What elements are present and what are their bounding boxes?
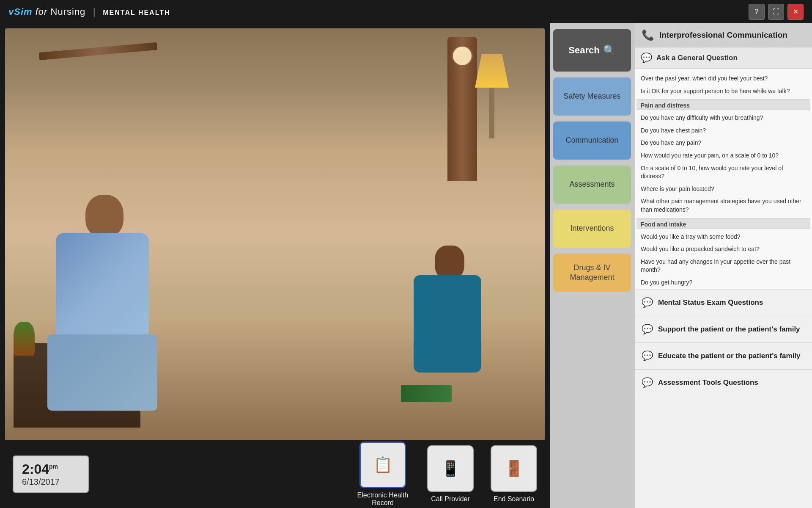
mental-status-icon: 💬	[642, 297, 653, 308]
close-button[interactable]: ✕	[787, 4, 804, 20]
chat-panel-header: 📞 Interprofessional Communication	[635, 23, 812, 47]
simulation-background	[5, 28, 545, 440]
books-prop	[401, 385, 452, 402]
patient-body	[56, 233, 149, 343]
lamp-shade	[475, 54, 509, 88]
expand-button[interactable]: ⛶	[768, 4, 784, 20]
chat-panel: 📞 Interprofessional Communication 💬 Ask …	[634, 23, 812, 508]
app-logo: vSim for Nursing | MENTAL HEALTH	[8, 6, 170, 17]
general-question-title: Ask a General Question	[656, 54, 738, 62]
category-food: Food and intake	[636, 218, 810, 229]
topbar-controls: ? ⛶ ✕	[749, 4, 804, 20]
action-buttons: 📋 Electronic Health Record 📱 Call Provid…	[355, 442, 537, 507]
interventions-button[interactable]: Interventions	[553, 210, 631, 248]
ehr-button[interactable]: 📋 Electronic Health Record	[355, 442, 410, 507]
q-sandwich[interactable]: Would you like a prepacked sandwich to e…	[636, 243, 810, 256]
plant-prop	[14, 322, 35, 356]
general-question-section: 💬 Ask a General Question Over the past y…	[635, 47, 812, 290]
assessment-tools-item[interactable]: 💬 Assessment Tools Questions	[635, 370, 812, 396]
clock-prop	[447, 37, 477, 181]
intro-question-2[interactable]: Is it OK for your support person to be h…	[636, 85, 810, 98]
assessment-tools-title: Assessment Tools Questions	[658, 378, 758, 387]
patient-legs	[47, 334, 157, 411]
safety-measures-button[interactable]: Safety Measures	[553, 77, 631, 116]
simulation-panel: 2:04pm 6/13/2017 📋 Electronic Health Rec…	[0, 23, 550, 508]
chat-panel-title: Interprofessional Communication	[659, 30, 787, 40]
visitor-head	[435, 246, 464, 279]
intro-question-1[interactable]: Over the past year, when did you feel yo…	[636, 72, 810, 85]
assessment-tools-icon: 💬	[642, 377, 653, 388]
current-time: 2:04pm	[22, 461, 80, 477]
general-question-icon: 💬	[641, 52, 652, 64]
q-meals-per-day[interactable]: How many meals do you eat each day?	[636, 289, 810, 290]
educate-patient-item[interactable]: 💬 Educate the patient or the patient's f…	[635, 343, 812, 370]
time-display: 2:04pm 6/13/2017	[13, 456, 89, 493]
educate-patient-icon: 💬	[642, 351, 653, 362]
q-hungry[interactable]: Do you get hungry?	[636, 276, 810, 289]
clock-face	[452, 45, 473, 66]
help-button[interactable]: ?	[749, 4, 765, 20]
assessments-button[interactable]: Assessments	[553, 166, 631, 204]
general-question-header[interactable]: 💬 Ask a General Question	[635, 47, 812, 69]
drugs-iv-button[interactable]: Drugs & IV Management	[553, 254, 631, 292]
educate-patient-title: Educate the patient or the patient's fam…	[658, 352, 801, 360]
action-sidebar: Search 🔍 Safety Measures Communication A…	[550, 23, 634, 508]
current-date: 6/13/2017	[22, 477, 80, 487]
category-pain: Pain and distress	[636, 99, 810, 110]
lamp-base	[489, 88, 494, 138]
bottom-bar: 2:04pm 6/13/2017 📋 Electronic Health Rec…	[0, 440, 550, 508]
q-chest-pain[interactable]: Do you have chest pain?	[636, 124, 810, 137]
mental-status-title: Mental Status Exam Questions	[658, 298, 763, 307]
ehr-label: Electronic Health Record	[355, 491, 410, 507]
q-food-tray[interactable]: Would you like a tray with some food?	[636, 231, 810, 243]
topbar: vSim for Nursing | MENTAL HEALTH ? ⛶ ✕	[0, 0, 812, 23]
q-pain-scale[interactable]: How would you rate your pain, on a scale…	[636, 149, 810, 162]
simulation-viewport	[5, 28, 545, 440]
patient-figure	[30, 195, 174, 406]
mental-status-exam-item[interactable]: 💬 Mental Status Exam Questions	[635, 290, 812, 316]
support-patient-item[interactable]: 💬 Support the patient or the patient's f…	[635, 316, 812, 343]
end-scenario-label: End Scenario	[494, 495, 534, 503]
call-label: Call Provider	[431, 495, 470, 503]
phone-icon: 📞	[642, 29, 654, 41]
search-sidebar-button[interactable]: Search 🔍	[553, 29, 631, 72]
end-scenario-button[interactable]: 🚪 End Scenario	[491, 445, 537, 503]
lamp-prop	[475, 54, 509, 138]
questions-list: Over the past year, when did you feel yo…	[635, 69, 812, 289]
q-appetite[interactable]: Have you had any changes in your appetit…	[636, 256, 810, 276]
call-provider-button[interactable]: 📱 Call Provider	[427, 445, 474, 503]
communication-button[interactable]: Communication	[553, 121, 631, 160]
call-icon: 📱	[427, 445, 474, 492]
end-scenario-icon: 🚪	[491, 445, 537, 492]
q-pain-management[interactable]: What other pain management strategies ha…	[636, 195, 810, 216]
support-patient-title: Support the patient or the patient's fam…	[658, 325, 800, 334]
q-distress-scale[interactable]: On a scale of 0 to 10, how would you rat…	[636, 162, 810, 183]
q-pain-location[interactable]: Where is your pain located?	[636, 183, 810, 196]
ehr-icon: 📋	[359, 442, 406, 488]
q-breathing[interactable]: Do you have any difficulty with your bre…	[636, 112, 810, 124]
patient-head	[85, 195, 123, 237]
visitor-body	[414, 275, 481, 373]
search-icon: 🔍	[603, 44, 616, 57]
support-patient-icon: 💬	[642, 324, 653, 335]
main-layout: 2:04pm 6/13/2017 📋 Electronic Health Rec…	[0, 23, 812, 508]
q-any-pain[interactable]: Do you have any pain?	[636, 137, 810, 149]
gun-prop	[39, 42, 158, 60]
logo-vsim: vSim	[8, 6, 33, 17]
